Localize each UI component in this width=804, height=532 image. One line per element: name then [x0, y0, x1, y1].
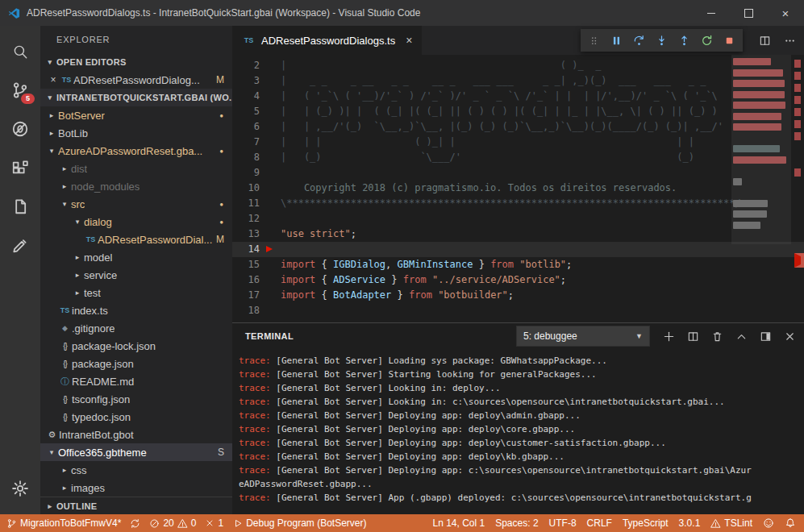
problems-status[interactable]: 20 0 — [149, 517, 196, 529]
tree-item[interactable]: ◆.gitignore — [40, 319, 232, 337]
sync-button[interactable] — [130, 518, 140, 529]
minimize-button[interactable] — [693, 0, 730, 26]
line-number[interactable]: 8 — [232, 150, 260, 165]
maximize-panel-button[interactable] — [735, 330, 748, 343]
tab-adresetpassworddialogs[interactable]: TS ADResetPasswordDialogs.ts × — [232, 26, 422, 55]
restart-button[interactable] — [696, 30, 718, 51]
line-number[interactable]: 18 — [232, 303, 260, 318]
tree-item[interactable]: {}package.json — [40, 355, 232, 372]
line-number[interactable]: 11 — [232, 196, 260, 211]
tree-item[interactable]: ▸css — [40, 461, 232, 479]
maximize-button[interactable] — [730, 0, 767, 26]
minimap[interactable] — [731, 55, 791, 322]
tree-item[interactable]: ▾Office365.gbthemeS — [40, 443, 232, 461]
tree-item[interactable]: ▸BotLib — [40, 124, 232, 142]
line-number[interactable]: 9 — [232, 165, 260, 181]
open-editors-section-header[interactable]: ▾ OPEN EDITORS — [40, 53, 232, 71]
split-terminal-button[interactable] — [687, 330, 699, 343]
outline-label: OUTLINE — [56, 501, 97, 511]
notifications-bell-button[interactable] — [785, 517, 796, 529]
typescript-version[interactable]: 3.0.1 — [679, 517, 701, 529]
line-number[interactable]: 15 — [232, 257, 260, 272]
pause-button[interactable] — [606, 30, 627, 51]
kill-terminal-button[interactable] — [711, 330, 723, 343]
window-controls: × — [693, 0, 804, 26]
debug-activity-button[interactable] — [0, 110, 40, 148]
files-activity-button[interactable] — [0, 187, 40, 226]
eol-status[interactable]: CRLF — [587, 517, 612, 529]
settings-button[interactable] — [0, 469, 40, 508]
trace-prefix: trace: — [239, 397, 271, 407]
sync-icon — [130, 518, 140, 529]
terminal-output[interactable]: trace: [General Bot Server] Loading sys … — [232, 349, 804, 515]
terminal-tab[interactable]: TERMINAL — [245, 331, 294, 341]
tree-item[interactable]: ▾src● — [40, 195, 232, 213]
step-over-button[interactable] — [628, 30, 650, 51]
split-editor-button[interactable] — [759, 35, 771, 47]
debug-toolbar — [581, 29, 743, 52]
status-extra[interactable]: 1 — [205, 517, 223, 529]
feedback-smiley-button[interactable] — [763, 517, 774, 529]
tree-item[interactable]: ▸node_modules — [40, 177, 232, 195]
encoding-status[interactable]: UTF-8 — [549, 517, 577, 529]
close-panel-button[interactable] — [784, 330, 796, 343]
line-number[interactable]: 7 — [232, 135, 260, 150]
line-number[interactable]: 12 — [232, 211, 260, 227]
tab-close-icon[interactable]: × — [406, 34, 412, 47]
line-number[interactable]: 4 — [232, 89, 260, 104]
line-number[interactable]: 17 — [232, 288, 260, 303]
step-out-button[interactable] — [673, 30, 695, 51]
line-number[interactable]: 5 — [232, 104, 260, 119]
workspace-section-header[interactable]: ▾ INTRANETBOTQUICKSTART.GBAI (WO... — [40, 89, 232, 106]
tree-item[interactable]: ▾AzureADPasswordReset.gba...● — [40, 142, 232, 160]
line-number[interactable]: 14 — [232, 242, 260, 257]
more-actions-button[interactable] — [784, 35, 796, 47]
tslint-status[interactable]: TSLint — [710, 517, 752, 529]
tree-item[interactable]: ⓘREADME.md — [40, 372, 232, 390]
line-number[interactable]: 16 — [232, 272, 260, 288]
source-control-activity-button[interactable]: 5 — [0, 71, 40, 110]
tree-item[interactable]: ⚙IntranetBot.gbot — [40, 426, 232, 443]
line-number[interactable]: 13 — [232, 227, 260, 242]
close-editor-icon[interactable]: × — [47, 74, 60, 85]
code-editor[interactable]: 2| ( )_ _3| _ _ _ __ _ _ __ _ ___ ___ _ … — [232, 55, 804, 322]
tree-item[interactable]: TSADResetPasswordDial...M — [40, 231, 232, 248]
extensions-activity-button[interactable] — [0, 148, 40, 187]
edit-activity-button[interactable] — [0, 226, 40, 264]
search-activity-button[interactable] — [0, 32, 40, 71]
debug-target-status[interactable]: Debug Program (BotServer) — [232, 517, 366, 529]
tree-item[interactable]: {}tsconfig.json — [40, 390, 232, 408]
chevron-right-icon: ▸ — [58, 182, 71, 190]
indentation-status[interactable]: Spaces: 2 — [495, 517, 538, 529]
tree-item[interactable]: ▾dialog● — [40, 213, 232, 231]
tree-item[interactable]: ▸model — [40, 248, 232, 266]
move-panel-button[interactable] — [760, 330, 772, 343]
tree-item[interactable]: TSindex.ts — [40, 301, 232, 319]
debug-toolbar-drag-handle[interactable] — [583, 30, 605, 51]
line-number[interactable]: 6 — [232, 119, 260, 135]
tree-item[interactable]: ▸test — [40, 284, 232, 301]
line-number[interactable]: 2 — [232, 58, 260, 73]
git-branch-status[interactable]: MigrationToBotFmwV4* — [6, 517, 121, 529]
chevron-down-icon: ▾ — [71, 218, 84, 226]
tree-item[interactable]: ▸images — [40, 479, 232, 497]
tree-item[interactable]: ▸BotServer● — [40, 106, 232, 124]
line-number[interactable]: 3 — [232, 73, 260, 89]
tree-item[interactable]: ▸dist — [40, 160, 232, 177]
ruler-mark — [794, 84, 801, 92]
tree-item[interactable]: {}typedoc.json — [40, 408, 232, 426]
language-mode[interactable]: TypeScript — [623, 517, 669, 529]
step-into-button[interactable] — [651, 30, 673, 51]
line-number[interactable]: 10 — [232, 181, 260, 196]
stop-button[interactable] — [719, 30, 740, 51]
tree-item[interactable]: ▸service — [40, 266, 232, 284]
x-icon — [205, 518, 215, 528]
outline-section-header[interactable]: ▸ OUTLINE — [40, 497, 232, 514]
close-button[interactable]: × — [767, 0, 804, 26]
cursor-position[interactable]: Ln 14, Col 1 — [432, 517, 485, 529]
terminal-selector[interactable]: 5: debuggee ▼ — [516, 326, 650, 347]
tree-item[interactable]: {}package-lock.json — [40, 337, 232, 355]
new-terminal-button[interactable] — [663, 330, 675, 343]
overview-ruler[interactable] — [791, 55, 804, 322]
open-editor-item[interactable]: × TS ADResetPasswordDialog... M — [40, 71, 232, 89]
